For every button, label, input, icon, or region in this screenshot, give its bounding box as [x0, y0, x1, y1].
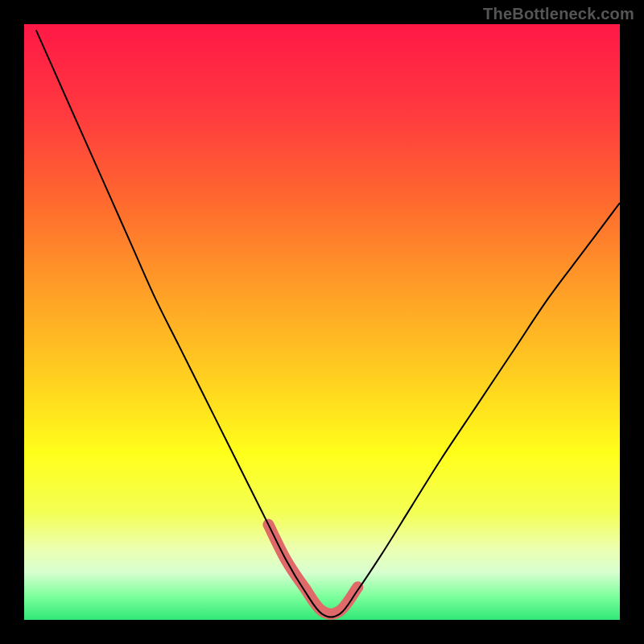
gradient-background: [24, 24, 620, 620]
bottleneck-chart: [0, 0, 644, 644]
chart-frame: TheBottleneck.com: [0, 0, 644, 644]
watermark-text: TheBottleneck.com: [483, 5, 634, 23]
